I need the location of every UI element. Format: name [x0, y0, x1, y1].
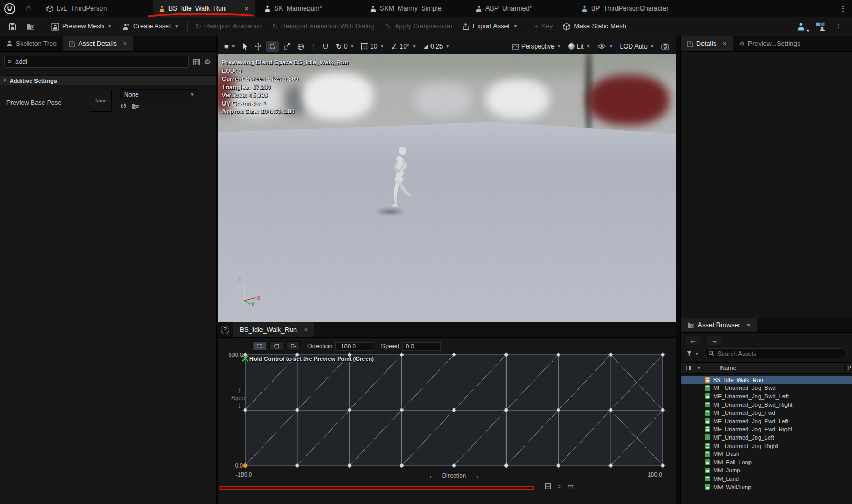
- export-asset-button[interactable]: Export Asset▼: [458, 20, 522, 33]
- asset-row[interactable]: MF_Unarmed_Jog_Left: [681, 433, 852, 442]
- asset-search-field[interactable]: [704, 348, 847, 358]
- tab-blueprint[interactable]: BP_ThirdPersonCharacter: [576, 0, 677, 17]
- preview-point-button[interactable]: [286, 341, 300, 351]
- tab-close-button[interactable]: ×: [723, 40, 726, 47]
- tab-details[interactable]: Details ×: [681, 36, 733, 51]
- filter-button[interactable]: ▼: [686, 350, 699, 356]
- asset-row[interactable]: MF_Unarmed_Jog_Fwd: [681, 408, 852, 417]
- tab-close-button[interactable]: ×: [243, 5, 249, 13]
- sample-circle-icon[interactable]: ○: [557, 482, 561, 490]
- blendspace-graph-svg[interactable]: [245, 355, 663, 465]
- save-button[interactable]: [4, 20, 21, 34]
- tab-level[interactable]: LvL_ThirdPerson: [41, 0, 120, 17]
- asset-list-header: ▼ Name P: [681, 362, 852, 374]
- vertical-dots-icon[interactable]: ⋮: [310, 43, 316, 50]
- browse-content-button[interactable]: [22, 20, 39, 33]
- tab-preview-settings[interactable]: ⚙ Preview...Settings: [733, 36, 852, 51]
- viewport-scene[interactable]: Z X Y Previewing Blend Space BS_Idle_Wal…: [218, 54, 676, 322]
- section-header-additive-settings[interactable]: ▼ Additive Settings: [0, 75, 216, 85]
- preview-base-pose-dropdown[interactable]: None ▼: [120, 89, 198, 99]
- lit-mode-dropdown[interactable]: Lit▼: [566, 41, 593, 52]
- forward-button[interactable]: →: [707, 336, 721, 345]
- use-selected-asset-icon[interactable]: ↺: [120, 102, 127, 110]
- reimport-animation-button[interactable]: ↻ Reimport Animation: [191, 20, 266, 33]
- asset-row[interactable]: MF_Unarmed_Jog_Bwd_Left: [681, 392, 852, 401]
- tab-close-button[interactable]: ×: [304, 326, 308, 334]
- home-button[interactable]: ⌂: [19, 0, 37, 17]
- apply-compression-button[interactable]: Apply Compression: [380, 20, 456, 33]
- asset-row[interactable]: MM_Fall_Loop: [681, 458, 852, 467]
- asset-browser-filter-row: ▼: [681, 347, 852, 361]
- unreal-logo[interactable]: U: [0, 0, 19, 17]
- rotation-snap-toggle[interactable]: ↻0▼: [333, 41, 357, 52]
- show-flags-dropdown[interactable]: ▼: [595, 42, 615, 51]
- tab-blendspace[interactable]: BS_Idle_Walk_Run ×: [153, 0, 255, 17]
- tab-skeleton[interactable]: SK_Mannequin*: [259, 0, 360, 17]
- coordinate-system-button[interactable]: [295, 42, 307, 52]
- gear-icon[interactable]: ⚙: [204, 58, 211, 65]
- tab-skeletal-mesh[interactable]: SKM_Manny_Simple: [364, 0, 466, 17]
- name-column-header[interactable]: Name: [720, 365, 736, 371]
- rotate-tool-button[interactable]: [266, 41, 279, 52]
- reimport-animation-with-dialog-button[interactable]: ↻ Reimport Animation With Dialog: [268, 20, 378, 33]
- asset-row[interactable]: MM_Dash: [681, 450, 852, 458]
- blendspace-document-tab[interactable]: BS_Idle_Walk_Run ×: [233, 322, 314, 337]
- unreal-editor-window: U ⌂ LvL_ThirdPerson BS_Idle_Walk_Run × S…: [0, 0, 852, 504]
- help-button[interactable]: ?: [221, 326, 229, 334]
- camera-icon: [661, 43, 669, 50]
- direction-input[interactable]: [335, 342, 373, 351]
- fit-view-button[interactable]: [252, 341, 266, 351]
- preview-scene-button[interactable]: ★: [796, 22, 806, 31]
- preview-base-pose-thumbnail[interactable]: None: [90, 90, 112, 112]
- surface-snapping-button[interactable]: [320, 42, 332, 52]
- back-button[interactable]: ←: [686, 336, 700, 345]
- path-column-header[interactable]: P: [847, 365, 851, 371]
- asset-row[interactable]: MF_Unarmed_Jog_Bwd_Right: [681, 401, 852, 409]
- select-tool-button[interactable]: [240, 41, 250, 52]
- details-search-field[interactable]: ×: [4, 56, 189, 68]
- display-mode-grid-icon[interactable]: [193, 59, 200, 65]
- asset-row[interactable]: MM_WallJump: [681, 483, 852, 491]
- asset-row[interactable]: BS_Idle_Walk_Run: [681, 376, 852, 384]
- tab-close-button[interactable]: ×: [123, 40, 127, 47]
- scale-snap-toggle[interactable]: 0.25▼: [420, 41, 453, 52]
- asset-name: MM_Dash: [713, 451, 739, 457]
- triangulation-grid-icon[interactable]: [545, 483, 551, 489]
- tab-close-button[interactable]: ×: [747, 321, 751, 329]
- move-tool-button[interactable]: [252, 41, 265, 52]
- details-search-input[interactable]: [15, 58, 185, 65]
- viewport-options-button[interactable]: ≡▼: [222, 42, 238, 52]
- screenshot-button[interactable]: [659, 42, 672, 51]
- lod-dropdown[interactable]: LOD Auto▼: [617, 41, 657, 52]
- editor-layout-button[interactable]: [816, 22, 826, 31]
- tab-asset-browser[interactable]: Asset Browser ×: [681, 318, 757, 332]
- angle-snap-toggle[interactable]: ∠10°▼: [389, 41, 419, 52]
- asset-row[interactable]: MF_Unarmed_Jog_Fwd_Right: [681, 425, 852, 434]
- create-asset-label: Create Asset: [133, 23, 171, 30]
- tab-anim-blueprint[interactable]: ABP_Unarmed*: [470, 0, 572, 17]
- show-labels-button[interactable]: [269, 341, 283, 351]
- scale-tool-button[interactable]: [280, 41, 293, 52]
- viewport-stat-line: Triangles: 87,280: [222, 83, 349, 92]
- panel-options-icon[interactable]: ▤: [567, 482, 573, 490]
- perspective-dropdown[interactable]: Perspective▼: [509, 41, 564, 52]
- asset-row[interactable]: MF_Unarmed_Jog_Right: [681, 442, 852, 450]
- asset-search-input[interactable]: [717, 350, 842, 357]
- asset-row[interactable]: MM_Land: [681, 474, 852, 483]
- hierarchy-icon[interactable]: [685, 365, 692, 372]
- clear-search-icon[interactable]: ×: [8, 58, 12, 65]
- grid-snap-toggle[interactable]: 10▼: [359, 41, 387, 52]
- tab-skeleton-tree[interactable]: Skeleton Tree: [0, 36, 63, 51]
- asset-row[interactable]: MF_Unarmed_Jog_Fwd_Left: [681, 417, 852, 425]
- toolbar-overflow-button[interactable]: ⋮: [835, 23, 841, 30]
- tab-asset-details[interactable]: Asset Details ×: [63, 36, 133, 51]
- asset-row[interactable]: MM_Jump: [681, 467, 852, 475]
- window-menu-button[interactable]: ⋮: [834, 0, 852, 17]
- create-asset-button[interactable]: Create Asset▼: [118, 20, 183, 34]
- browse-to-asset-icon[interactable]: [132, 103, 139, 110]
- make-static-mesh-button[interactable]: Make Static Mesh: [558, 20, 630, 34]
- speed-input[interactable]: [402, 342, 441, 351]
- preview-mesh-button[interactable]: Preview Mesh▼: [47, 20, 116, 34]
- add-key-button[interactable]: + Key: [530, 20, 557, 33]
- asset-row[interactable]: MF_Unarmed_Jog_Bwd: [681, 384, 852, 393]
